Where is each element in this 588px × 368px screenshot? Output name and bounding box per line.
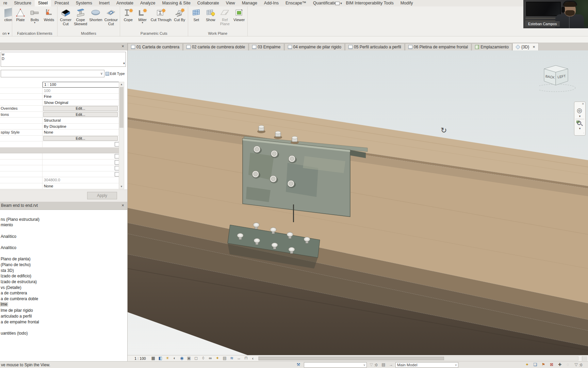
view-tab[interactable]: Emplazamiento × — [472, 43, 512, 50]
snaps-off-icon[interactable]: ◌ — [565, 362, 571, 367]
constraints-icon[interactable]: ⊓ — [244, 356, 249, 361]
view-tab[interactable]: 05 Perfil articulado a perfil × — [345, 43, 405, 50]
shadows-icon[interactable]: ◐ — [172, 356, 177, 361]
view-tab[interactable]: 01 Cartela de cumbrera × — [128, 43, 183, 50]
contour-cut-button[interactable]: Contour Cut — [104, 7, 118, 26]
property-edit-button[interactable]: Edit... — [43, 106, 118, 111]
3d-model-view[interactable] — [128, 50, 588, 355]
miter-button[interactable]: Miter ▾ — [136, 7, 149, 24]
property-value[interactable]: None — [43, 129, 119, 135]
relinquish-icon[interactable]: → — [388, 362, 394, 367]
ribbon-tab[interactable]: View — [223, 0, 239, 6]
property-value[interactable] — [43, 153, 113, 159]
browser-tree-item[interactable]: miento — [1, 223, 13, 227]
property-value[interactable]: 304800.0 — [43, 177, 119, 183]
browser-tree-item[interactable]: lme de pilar rigido — [1, 308, 33, 313]
property-value[interactable]: 100 — [43, 88, 119, 94]
drawing-area[interactable]: ↻ BACK LEFT ✕ ◎ ▼ ▼ ◦ 1 : 100 ▦◧☀◐◉▣◻◊∞✦… — [128, 50, 588, 361]
ribbon-tab[interactable]: Modify — [397, 0, 416, 6]
editable-only-filter-icon[interactable]: ▽ — [368, 362, 374, 367]
browser-tree-item[interactable]: a de empalme frontal — [1, 320, 39, 324]
ribbon-tab[interactable]: Steel — [35, 0, 51, 6]
ribbon-tab[interactable]: Add-Ins — [261, 0, 282, 6]
corner-cut-button[interactable]: Corner Cut — [59, 7, 72, 26]
property-value[interactable]: Structural — [43, 118, 119, 123]
worksets-combo[interactable]: ∨ — [304, 362, 367, 368]
view-cube[interactable]: BACK LEFT — [539, 64, 579, 95]
ribbon-display-toggle[interactable]: ▾ — [335, 1, 345, 6]
connection-button-partial[interactable]: ction — [1, 7, 12, 22]
browser-tree-item[interactable]: Analítico — [1, 234, 16, 239]
hide-isolate-icon[interactable]: ∞ — [208, 356, 213, 361]
ribbon-tab[interactable]: Massing & Site — [159, 0, 194, 6]
scale-control[interactable]: 1 : 100 — [134, 356, 146, 361]
ribbon-tab[interactable]: re — [0, 0, 11, 6]
ribbon-tab[interactable]: Structure — [11, 0, 35, 6]
browser-tree-item[interactable]: sta 3D) — [1, 268, 14, 273]
ribbon-tab[interactable]: Precast — [51, 0, 72, 6]
plate-button[interactable]: Plate — [14, 7, 27, 22]
property-value[interactable] — [43, 159, 113, 165]
browser-tree-item[interactable]: lzado de estructura) — [1, 279, 37, 284]
browser-tree-item[interactable]: lme — [0, 302, 8, 307]
reveal-hidden-icon[interactable]: ✦ — [215, 356, 220, 361]
navbar-anchor-icon[interactable]: ◦ — [583, 132, 584, 135]
browser-tree-item[interactable]: uantities (todo) — [1, 331, 28, 336]
horizontal-scrollbar[interactable] — [258, 356, 578, 361]
crop-region-icon[interactable]: ◻ — [194, 356, 199, 361]
select-underlay-icon[interactable]: ❏ — [532, 362, 538, 367]
property-value[interactable] — [43, 171, 113, 177]
view-tab[interactable]: {3D} × — [512, 43, 539, 50]
show-work-plane-button[interactable]: Show — [204, 7, 217, 22]
detail-level-icon[interactable]: ▦ — [151, 356, 156, 361]
property-value[interactable]: Show Original — [43, 100, 119, 106]
ribbon-tab[interactable]: Annotate — [113, 0, 137, 6]
property-value[interactable]: None — [43, 183, 119, 189]
crop-view-icon[interactable]: ▣ — [186, 356, 192, 361]
filter-icon[interactable]: ▽ — [573, 362, 579, 367]
set-work-plane-button[interactable]: Set — [190, 7, 203, 22]
properties-scrollbar[interactable]: ▲ ▼ — [119, 82, 124, 189]
displacement-icon[interactable]: ↔ — [236, 356, 242, 361]
close-icon[interactable]: ✕ — [582, 102, 584, 106]
scroll-up-icon[interactable]: ▲ — [119, 82, 124, 87]
select-links-icon[interactable]: ✦ — [524, 362, 530, 367]
view-tab[interactable]: 04 empalme de pilar rigido × — [284, 43, 345, 50]
view-tab[interactable]: 06 Pletina de empalme frontal × — [405, 43, 471, 50]
ribbon-tab[interactable]: Systems — [72, 0, 96, 6]
zoom-icon[interactable] — [577, 121, 581, 125]
scroll-down-icon[interactable]: ▼ — [119, 184, 124, 189]
drag-elements-icon[interactable]: ✚ — [557, 362, 563, 367]
ribbon-tab[interactable]: Insert — [96, 0, 113, 6]
close-icon[interactable]: × — [533, 44, 535, 49]
browser-tree-item[interactable]: Analítico — [1, 245, 16, 250]
cut-by-button[interactable]: Cut By — [173, 7, 186, 22]
properties-filter-combo[interactable]: ∨ — [1, 70, 104, 77]
ribbon-tab[interactable]: Collaborate — [194, 0, 223, 6]
select-pinned-icon[interactable]: ⚑ — [540, 362, 546, 367]
view-tab[interactable]: 03 Empalme × — [249, 43, 284, 50]
property-edit-button[interactable]: Edit... — [43, 136, 118, 141]
ribbon-tab[interactable]: Analyze — [137, 0, 159, 6]
property-value[interactable] — [43, 165, 113, 171]
bolts-button[interactable]: Bolts ▾ — [28, 7, 42, 24]
close-icon[interactable]: × — [120, 203, 125, 208]
property-value[interactable]: 1 : 100 — [43, 82, 119, 88]
browser-tree-item[interactable]: ns (Plano estructural) — [1, 217, 39, 222]
browser-tree-item[interactable]: Plano de planta) — [1, 257, 30, 261]
view-tab[interactable]: 02 cartela de cumbrera doble × — [183, 43, 248, 50]
ribbon-tab[interactable]: BIM Interoperability Tools — [343, 0, 397, 6]
scrollbar-thumb[interactable] — [119, 87, 124, 128]
ribbon-tab[interactable]: Manage — [239, 0, 261, 6]
browser-tree-item[interactable]: articulado a perfil — [1, 314, 32, 319]
apply-button[interactable]: Apply — [87, 192, 117, 199]
expand-control-bar-icon[interactable]: ‹ — [252, 356, 254, 361]
navigation-bar[interactable]: ✕ ◎ ▼ ▼ ◦ — [574, 102, 586, 136]
design-options-combo[interactable]: Main Model ∨ — [395, 362, 458, 368]
lock-view-icon[interactable]: ◊ — [201, 356, 206, 361]
analytical-model-icon[interactable]: ≋ — [229, 356, 234, 361]
sun-path-icon[interactable]: ☀ — [165, 356, 170, 361]
property-value[interactable]: Fine — [43, 94, 119, 99]
worksets-icon[interactable]: ⚒ — [295, 362, 301, 367]
property-value[interactable] — [43, 141, 113, 147]
